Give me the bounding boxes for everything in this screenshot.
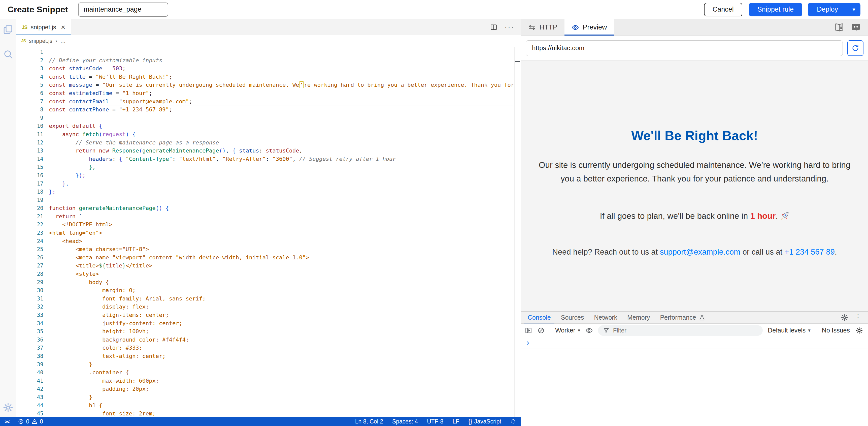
code-line[interactable]: 18}; xyxy=(16,188,521,196)
editor-scrollbar[interactable] xyxy=(514,47,521,417)
line-number[interactable]: 44 xyxy=(16,402,49,410)
code-line[interactable]: 10export default { xyxy=(16,122,521,130)
code-line[interactable]: 19 xyxy=(16,196,521,204)
line-number[interactable]: 7 xyxy=(16,97,49,106)
code-line[interactable]: 25 <meta charset="UTF-8"> xyxy=(16,245,521,254)
bell-icon[interactable] xyxy=(510,419,516,425)
tab-performance[interactable]: Performance xyxy=(655,312,710,323)
code-line[interactable]: 28 <style> xyxy=(16,270,521,278)
close-tab-icon[interactable]: × xyxy=(61,24,65,31)
line-number[interactable]: 11 xyxy=(16,130,49,139)
code-line[interactable]: 21 return ` xyxy=(16,212,521,221)
code-line[interactable]: 6const estimatedTime = "1 hour"; xyxy=(16,89,521,97)
tab-snippet-js[interactable]: JS snippet.js × xyxy=(16,19,71,35)
live-expression-eye-icon[interactable] xyxy=(585,327,593,334)
line-number[interactable]: 13 xyxy=(16,147,49,155)
files-icon[interactable] xyxy=(3,24,13,35)
deploy-button[interactable]: Deploy xyxy=(808,3,847,17)
line-number[interactable]: 1 xyxy=(16,48,49,56)
settings-gear-icon[interactable] xyxy=(3,402,13,413)
code-line[interactable]: 1 xyxy=(16,48,521,56)
code-line[interactable]: 16 }); xyxy=(16,171,521,180)
line-number[interactable]: 45 xyxy=(16,409,49,417)
line-number[interactable]: 19 xyxy=(16,196,49,204)
discord-icon[interactable] xyxy=(851,23,861,32)
breadcrumb-symbol-more[interactable]: … xyxy=(60,38,66,45)
kebab-menu-icon[interactable]: ··· xyxy=(855,314,862,322)
line-number[interactable]: 32 xyxy=(16,303,49,311)
cursor-position[interactable]: Ln 8, Col 2 xyxy=(355,418,383,425)
snippet-rule-button[interactable]: Snippet rule xyxy=(749,3,802,17)
code-line[interactable]: 31 font-family: Arial, sans-serif; xyxy=(16,295,521,303)
line-number[interactable]: 3 xyxy=(16,64,49,73)
code-line[interactable]: 45 font-size: 2rem; xyxy=(16,409,521,417)
line-number[interactable]: 27 xyxy=(16,262,49,270)
line-number[interactable]: 4 xyxy=(16,73,49,81)
line-number[interactable]: 28 xyxy=(16,270,49,278)
tab-http[interactable]: HTTP xyxy=(521,19,564,35)
code-line[interactable]: 37 color: #333; xyxy=(16,344,521,352)
code-line[interactable]: 23<html lang="en"> xyxy=(16,229,521,237)
tab-console[interactable]: Console xyxy=(523,312,556,323)
console-settings-gear-icon[interactable] xyxy=(856,327,863,334)
code-line[interactable]: 2// Define your customizable inputs xyxy=(16,56,521,65)
code-line[interactable]: 14 headers: { "Content-Type": "text/html… xyxy=(16,155,521,163)
line-number[interactable]: 5 xyxy=(16,81,49,89)
code-line[interactable]: 22 <!DOCTYPE html> xyxy=(16,221,521,229)
line-number[interactable]: 21 xyxy=(16,212,49,221)
code-line[interactable]: 8const contactPhone = "+1 234 567 89"; xyxy=(16,106,521,114)
line-number[interactable]: 23 xyxy=(16,229,49,237)
cancel-button[interactable]: Cancel xyxy=(704,3,742,17)
console-prompt[interactable] xyxy=(521,337,868,349)
tab-sources[interactable]: Sources xyxy=(556,312,589,323)
line-number[interactable]: 36 xyxy=(16,336,49,344)
snippet-name-input[interactable] xyxy=(78,2,168,17)
code-line[interactable]: 29 body { xyxy=(16,278,521,287)
code-line[interactable]: 7const contactEmail = "support@example.c… xyxy=(16,97,521,106)
problems-indicator[interactable]: 0 0 xyxy=(18,418,43,425)
code-line[interactable]: 26 <meta name="viewport" content="width=… xyxy=(16,254,521,262)
support-email-link[interactable]: support@example.com xyxy=(660,248,740,256)
line-number[interactable]: 37 xyxy=(16,344,49,352)
encoding-setting[interactable]: UTF-8 xyxy=(427,418,443,425)
code-line[interactable]: 4const title = "We'll Be Right Back!"; xyxy=(16,73,521,81)
line-number[interactable]: 25 xyxy=(16,245,49,254)
line-number[interactable]: 41 xyxy=(16,377,49,385)
code-line[interactable]: 13 return new Response(generateMaintenan… xyxy=(16,147,521,155)
code-editor[interactable]: 12// Define your customizable inputs3con… xyxy=(16,47,521,417)
deploy-dropdown-button[interactable]: ▾ xyxy=(847,3,861,17)
line-number[interactable]: 35 xyxy=(16,328,49,336)
code-line[interactable]: 42 padding: 20px; xyxy=(16,385,521,393)
tab-memory[interactable]: Memory xyxy=(622,312,655,323)
code-line[interactable]: 30 margin: 0; xyxy=(16,286,521,295)
line-number[interactable]: 15 xyxy=(16,163,49,171)
search-icon[interactable] xyxy=(3,49,13,59)
code-line[interactable]: 44 h1 { xyxy=(16,402,521,410)
docs-book-icon[interactable] xyxy=(834,23,844,32)
line-number[interactable]: 43 xyxy=(16,393,49,402)
line-number[interactable]: 24 xyxy=(16,237,49,246)
line-number[interactable]: 29 xyxy=(16,278,49,287)
breadcrumb-file[interactable]: snippet.js xyxy=(29,38,52,45)
log-levels-selector[interactable]: Default levels ▾ xyxy=(768,327,811,334)
code-line[interactable]: 32 display: flex; xyxy=(16,303,521,311)
tab-preview[interactable]: Preview xyxy=(564,19,614,35)
split-editor-icon[interactable] xyxy=(490,24,497,31)
line-number[interactable]: 20 xyxy=(16,204,49,212)
language-mode[interactable]: {} JavaScript xyxy=(468,418,501,425)
line-number[interactable]: 42 xyxy=(16,385,49,393)
preview-url-input[interactable] xyxy=(526,40,843,56)
line-number[interactable]: 38 xyxy=(16,352,49,361)
line-number[interactable]: 17 xyxy=(16,180,49,188)
line-number[interactable]: 31 xyxy=(16,295,49,303)
code-line[interactable]: 12 // Serve the maintenance page as a re… xyxy=(16,139,521,147)
code-line[interactable]: 40 .container { xyxy=(16,369,521,377)
issues-counter[interactable]: No Issues xyxy=(822,327,850,334)
phone-link[interactable]: +1 234 567 89 xyxy=(785,248,835,256)
code-line[interactable]: 15 }, xyxy=(16,163,521,171)
code-line[interactable]: 3const statusCode = 503; xyxy=(16,64,521,73)
code-line[interactable]: 41 max-width: 600px; xyxy=(16,377,521,385)
line-number[interactable]: 14 xyxy=(16,155,49,163)
line-number[interactable]: 33 xyxy=(16,311,49,319)
code-line[interactable]: 24 <head> xyxy=(16,237,521,246)
